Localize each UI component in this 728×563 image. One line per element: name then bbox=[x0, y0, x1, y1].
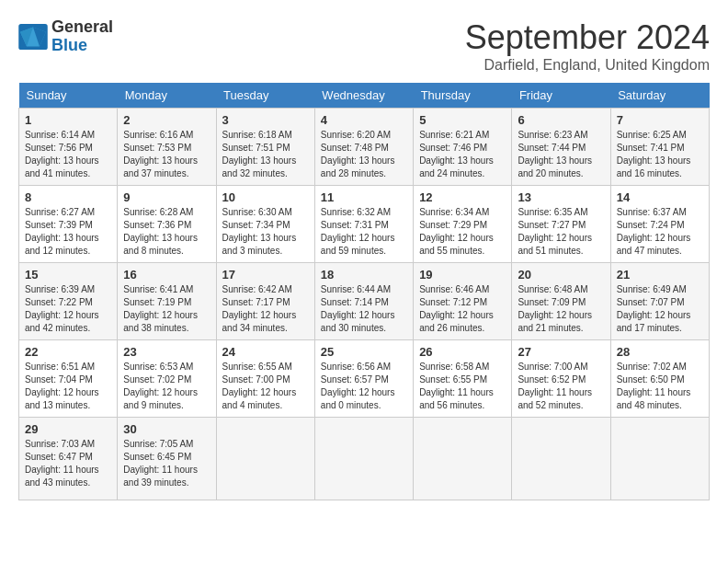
day-info: Sunrise: 6:46 AM Sunset: 7:12 PM Dayligh… bbox=[419, 283, 506, 335]
calendar-week-row: 22Sunrise: 6:51 AM Sunset: 7:04 PM Dayli… bbox=[19, 340, 710, 418]
day-number: 6 bbox=[518, 113, 604, 127]
calendar-cell: 3Sunrise: 6:18 AM Sunset: 7:51 PM Daylig… bbox=[216, 109, 314, 186]
day-number: 10 bbox=[222, 190, 309, 204]
calendar-cell: 14Sunrise: 6:37 AM Sunset: 7:24 PM Dayli… bbox=[610, 186, 709, 263]
calendar-cell: 5Sunrise: 6:21 AM Sunset: 7:46 PM Daylig… bbox=[414, 109, 512, 186]
day-info: Sunrise: 6:53 AM Sunset: 7:02 PM Dayligh… bbox=[123, 361, 210, 412]
day-info: Sunrise: 7:00 AM Sunset: 6:52 PM Dayligh… bbox=[518, 361, 604, 412]
col-tuesday: Tuesday bbox=[216, 83, 314, 109]
day-info: Sunrise: 6:41 AM Sunset: 7:19 PM Dayligh… bbox=[123, 283, 210, 335]
day-number: 14 bbox=[617, 190, 703, 204]
day-info: Sunrise: 6:49 AM Sunset: 7:07 PM Dayligh… bbox=[617, 283, 703, 335]
calendar-cell: 15Sunrise: 6:39 AM Sunset: 7:22 PM Dayli… bbox=[19, 263, 118, 340]
day-info: Sunrise: 6:18 AM Sunset: 7:51 PM Dayligh… bbox=[222, 129, 309, 180]
day-number: 29 bbox=[25, 422, 111, 436]
title-section: September 2024 Darfield, England, United… bbox=[465, 18, 710, 74]
day-info: Sunrise: 6:37 AM Sunset: 7:24 PM Dayligh… bbox=[617, 206, 703, 258]
day-info: Sunrise: 6:58 AM Sunset: 6:55 PM Dayligh… bbox=[419, 361, 506, 412]
calendar-cell: 13Sunrise: 6:35 AM Sunset: 7:27 PM Dayli… bbox=[512, 186, 610, 263]
day-number: 9 bbox=[123, 190, 210, 204]
day-info: Sunrise: 6:27 AM Sunset: 7:39 PM Dayligh… bbox=[25, 206, 111, 258]
day-info: Sunrise: 6:39 AM Sunset: 7:22 PM Dayligh… bbox=[25, 283, 111, 335]
calendar-cell: 6Sunrise: 6:23 AM Sunset: 7:44 PM Daylig… bbox=[512, 109, 610, 186]
calendar-cell: 10Sunrise: 6:30 AM Sunset: 7:34 PM Dayli… bbox=[216, 186, 314, 263]
day-number: 11 bbox=[321, 190, 407, 204]
day-number: 5 bbox=[419, 113, 506, 127]
logo-blue-text: Blue bbox=[51, 36, 87, 54]
calendar-cell: 30Sunrise: 7:05 AM Sunset: 6:45 PM Dayli… bbox=[118, 418, 216, 500]
day-number: 25 bbox=[321, 345, 407, 359]
logo-text: General Blue bbox=[51, 18, 113, 55]
day-number: 8 bbox=[25, 190, 111, 204]
day-number: 18 bbox=[321, 268, 407, 282]
calendar-cell bbox=[414, 418, 512, 500]
day-number: 7 bbox=[617, 113, 703, 127]
day-info: Sunrise: 6:42 AM Sunset: 7:17 PM Dayligh… bbox=[222, 283, 309, 335]
calendar-cell: 29Sunrise: 7:03 AM Sunset: 6:47 PM Dayli… bbox=[19, 418, 118, 500]
day-info: Sunrise: 6:35 AM Sunset: 7:27 PM Dayligh… bbox=[518, 206, 604, 258]
day-info: Sunrise: 6:23 AM Sunset: 7:44 PM Dayligh… bbox=[518, 129, 604, 180]
logo-icon bbox=[18, 24, 48, 50]
calendar-cell: 17Sunrise: 6:42 AM Sunset: 7:17 PM Dayli… bbox=[216, 263, 314, 340]
calendar-cell: 24Sunrise: 6:55 AM Sunset: 7:00 PM Dayli… bbox=[216, 340, 314, 418]
calendar-cell: 22Sunrise: 6:51 AM Sunset: 7:04 PM Dayli… bbox=[19, 340, 118, 418]
day-info: Sunrise: 6:20 AM Sunset: 7:48 PM Dayligh… bbox=[321, 129, 407, 180]
calendar-cell: 4Sunrise: 6:20 AM Sunset: 7:48 PM Daylig… bbox=[314, 109, 413, 186]
day-number: 26 bbox=[419, 345, 506, 359]
day-info: Sunrise: 6:21 AM Sunset: 7:46 PM Dayligh… bbox=[419, 129, 506, 180]
day-info: Sunrise: 7:03 AM Sunset: 6:47 PM Dayligh… bbox=[25, 438, 111, 489]
calendar-week-row: 8Sunrise: 6:27 AM Sunset: 7:39 PM Daylig… bbox=[19, 186, 710, 263]
day-number: 22 bbox=[25, 345, 111, 359]
col-wednesday: Wednesday bbox=[314, 83, 413, 109]
calendar-cell: 19Sunrise: 6:46 AM Sunset: 7:12 PM Dayli… bbox=[414, 263, 512, 340]
calendar-cell: 1Sunrise: 6:14 AM Sunset: 7:56 PM Daylig… bbox=[19, 109, 118, 186]
calendar-cell: 8Sunrise: 6:27 AM Sunset: 7:39 PM Daylig… bbox=[19, 186, 118, 263]
calendar-cell: 25Sunrise: 6:56 AM Sunset: 6:57 PM Dayli… bbox=[314, 340, 413, 418]
day-info: Sunrise: 6:32 AM Sunset: 7:31 PM Dayligh… bbox=[321, 206, 407, 258]
calendar-cell: 11Sunrise: 6:32 AM Sunset: 7:31 PM Dayli… bbox=[314, 186, 413, 263]
logo-general-text: General bbox=[51, 17, 113, 36]
logo: General Blue bbox=[18, 18, 113, 55]
page-header: General Blue September 2024 Darfield, En… bbox=[18, 18, 710, 74]
day-info: Sunrise: 6:34 AM Sunset: 7:29 PM Dayligh… bbox=[419, 206, 506, 258]
day-number: 17 bbox=[222, 268, 309, 282]
day-number: 21 bbox=[617, 268, 703, 282]
calendar-cell bbox=[314, 418, 413, 500]
calendar-cell: 2Sunrise: 6:16 AM Sunset: 7:53 PM Daylig… bbox=[118, 109, 216, 186]
day-number: 4 bbox=[321, 113, 407, 127]
day-number: 13 bbox=[518, 190, 604, 204]
day-number: 20 bbox=[518, 268, 604, 282]
calendar-week-row: 15Sunrise: 6:39 AM Sunset: 7:22 PM Dayli… bbox=[19, 263, 710, 340]
calendar-cell: 9Sunrise: 6:28 AM Sunset: 7:36 PM Daylig… bbox=[118, 186, 216, 263]
calendar-cell: 28Sunrise: 7:02 AM Sunset: 6:50 PM Dayli… bbox=[610, 340, 709, 418]
day-info: Sunrise: 6:16 AM Sunset: 7:53 PM Dayligh… bbox=[123, 129, 210, 180]
day-info: Sunrise: 7:05 AM Sunset: 6:45 PM Dayligh… bbox=[123, 438, 210, 489]
day-number: 1 bbox=[25, 113, 111, 127]
day-info: Sunrise: 6:30 AM Sunset: 7:34 PM Dayligh… bbox=[222, 206, 309, 258]
day-number: 24 bbox=[222, 345, 309, 359]
day-number: 2 bbox=[123, 113, 210, 127]
day-number: 30 bbox=[123, 422, 210, 436]
day-info: Sunrise: 6:55 AM Sunset: 7:00 PM Dayligh… bbox=[222, 361, 309, 412]
day-info: Sunrise: 6:44 AM Sunset: 7:14 PM Dayligh… bbox=[321, 283, 407, 335]
calendar-cell: 20Sunrise: 6:48 AM Sunset: 7:09 PM Dayli… bbox=[512, 263, 610, 340]
calendar-cell: 7Sunrise: 6:25 AM Sunset: 7:41 PM Daylig… bbox=[610, 109, 709, 186]
col-friday: Friday bbox=[512, 83, 610, 109]
calendar-cell bbox=[512, 418, 610, 500]
col-saturday: Saturday bbox=[610, 83, 709, 109]
day-number: 28 bbox=[617, 345, 703, 359]
calendar-header-row: Sunday Monday Tuesday Wednesday Thursday… bbox=[19, 83, 710, 109]
col-thursday: Thursday bbox=[414, 83, 512, 109]
location-text: Darfield, England, United Kingdom bbox=[465, 57, 710, 74]
day-info: Sunrise: 6:14 AM Sunset: 7:56 PM Dayligh… bbox=[25, 129, 111, 180]
day-number: 3 bbox=[222, 113, 309, 127]
calendar-cell: 18Sunrise: 6:44 AM Sunset: 7:14 PM Dayli… bbox=[314, 263, 413, 340]
day-number: 16 bbox=[123, 268, 210, 282]
calendar-cell: 26Sunrise: 6:58 AM Sunset: 6:55 PM Dayli… bbox=[414, 340, 512, 418]
col-sunday: Sunday bbox=[19, 83, 118, 109]
day-number: 12 bbox=[419, 190, 506, 204]
calendar-cell: 12Sunrise: 6:34 AM Sunset: 7:29 PM Dayli… bbox=[414, 186, 512, 263]
calendar-cell bbox=[216, 418, 314, 500]
calendar-week-row: 1Sunrise: 6:14 AM Sunset: 7:56 PM Daylig… bbox=[19, 109, 710, 186]
day-number: 15 bbox=[25, 268, 111, 282]
